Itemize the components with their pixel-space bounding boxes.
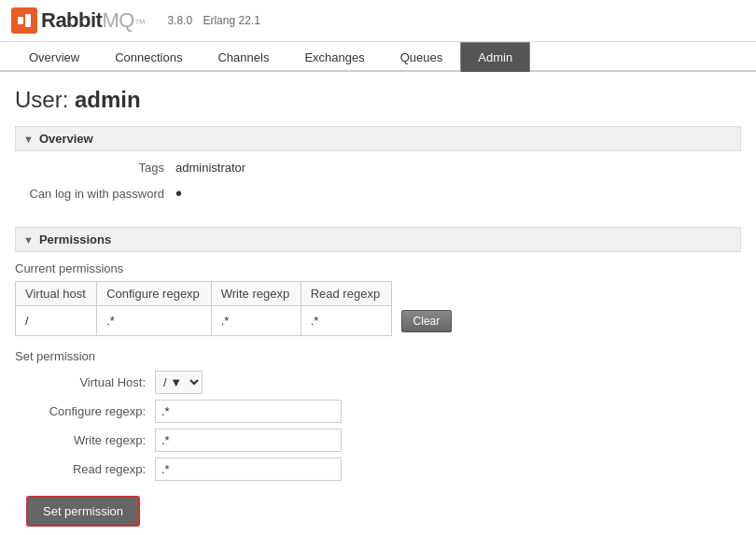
login-row: Can log in with password •	[15, 182, 741, 204]
login-label: Can log in with password	[15, 187, 164, 201]
logo-text: RabbitMQ™	[41, 8, 145, 33]
set-permission-button[interactable]: Set permission	[26, 496, 140, 527]
logo-icon	[11, 7, 37, 34]
svg-rect-1	[25, 14, 31, 27]
nav-item-channels[interactable]: Channels	[200, 42, 287, 70]
page-title: User: admin	[15, 87, 741, 113]
page-title-value: admin	[75, 87, 141, 112]
nav-item-overview[interactable]: Overview	[11, 42, 97, 70]
col-header-configure: Configure regexp	[97, 282, 212, 306]
set-permission-subtitle: Set permission	[15, 349, 741, 363]
col-header-action	[391, 282, 462, 306]
col-header-read: Read regexp	[301, 282, 391, 306]
nav-item-admin[interactable]: Admin	[460, 42, 530, 70]
virtual-host-label: Virtual Host:	[15, 375, 146, 389]
virtual-host-select[interactable]: / ▼	[155, 371, 203, 394]
erlang-label: Erlang	[203, 14, 235, 27]
version-number: 3.8.0	[167, 14, 192, 27]
nav-item-connections[interactable]: Connections	[97, 42, 200, 70]
nav-item-exchanges[interactable]: Exchanges	[287, 42, 382, 70]
configure-regexp-row: Configure regexp:	[15, 400, 741, 423]
nav-item-queues[interactable]: Queues	[383, 42, 461, 70]
overview-heading: Overview	[39, 132, 93, 146]
cell-action: Clear	[391, 306, 462, 336]
chevron-down-icon: ▼	[23, 134, 34, 145]
set-permission-form: Virtual Host: / ▼ Configure regexp: Writ…	[15, 371, 741, 527]
table-row: / .* .* .* Clear	[16, 306, 463, 336]
chevron-down-icon: ▼	[23, 234, 34, 246]
nav-link-admin[interactable]: Admin	[460, 42, 530, 72]
nav-link-channels[interactable]: Channels	[200, 42, 287, 72]
col-header-vhost: Virtual host	[16, 282, 97, 306]
clear-button[interactable]: Clear	[401, 310, 453, 332]
cell-configure: .*	[97, 306, 212, 336]
read-input[interactable]	[155, 458, 342, 481]
cell-vhost: /	[16, 306, 97, 336]
nav-link-queues[interactable]: Queues	[383, 42, 461, 72]
cell-write: .*	[211, 306, 301, 336]
read-label: Read regexp:	[15, 462, 146, 476]
permissions-section: ▼ Permissions Current permissions Virtua…	[15, 227, 741, 530]
logo: RabbitMQ™	[11, 7, 145, 34]
nav-link-connections[interactable]: Connections	[97, 42, 200, 72]
cell-read: .*	[301, 306, 391, 336]
overview-section: ▼ Overview Tags administrator Can log in…	[15, 126, 741, 214]
permissions-section-header[interactable]: ▼ Permissions	[15, 227, 741, 252]
configure-input[interactable]	[155, 400, 342, 423]
configure-label: Configure regexp:	[15, 404, 146, 418]
page-title-prefix: User:	[15, 87, 68, 112]
tags-label: Tags	[15, 161, 164, 175]
write-input[interactable]	[155, 429, 342, 452]
tags-row: Tags administrator	[15, 159, 741, 176]
svg-rect-0	[18, 17, 23, 24]
overview-body: Tags administrator Can log in with passw…	[15, 151, 741, 214]
permissions-heading: Permissions	[39, 232, 111, 246]
erlang-version: 22.1	[238, 14, 259, 27]
write-regexp-row: Write regexp:	[15, 429, 741, 452]
current-permissions-label: Current permissions	[15, 261, 741, 275]
read-regexp-row: Read regexp:	[15, 458, 741, 481]
app-header: RabbitMQ™ 3.8.0 Erlang 22.1	[0, 0, 756, 42]
col-header-write: Write regexp	[211, 282, 301, 306]
main-nav: Overview Connections Channels Exchanges …	[0, 42, 756, 72]
virtual-host-row: Virtual Host: / ▼	[15, 371, 741, 394]
permissions-body: Current permissions Virtual host Configu…	[15, 252, 741, 530]
nav-link-overview[interactable]: Overview	[11, 42, 97, 72]
overview-section-header[interactable]: ▼ Overview	[15, 126, 741, 151]
page-content: User: admin ▼ Overview Tags administrato…	[0, 72, 756, 535]
tags-value: administrator	[175, 161, 245, 175]
version-info: 3.8.0 Erlang 22.1	[167, 14, 259, 27]
permissions-table: Virtual host Configure regexp Write rege…	[15, 281, 463, 336]
login-value: •	[175, 184, 182, 203]
submit-row: Set permission	[15, 486, 741, 527]
write-label: Write regexp:	[15, 433, 146, 447]
nav-link-exchanges[interactable]: Exchanges	[287, 42, 382, 72]
